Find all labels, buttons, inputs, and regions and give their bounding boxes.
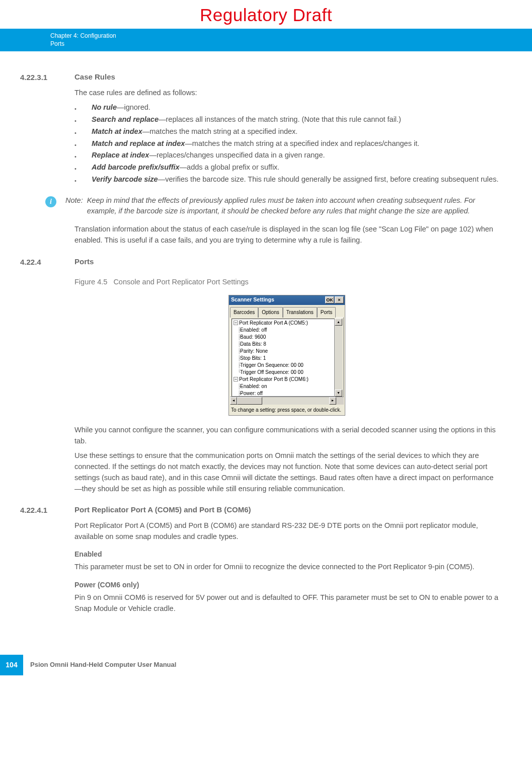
tab-translations[interactable]: Translations (283, 307, 317, 318)
bullet-text: —replaces/changes unspecified data in a … (149, 151, 325, 159)
body-text: This parameter must be set to ON in orde… (74, 562, 499, 573)
bullet-icon: • (74, 162, 92, 173)
tree-item[interactable]: Trigger On Sequence: 00 00 (240, 361, 303, 369)
scrollbar-horizontal[interactable]: ◄ ► (230, 397, 344, 405)
chapter-title: Configuration (80, 32, 116, 39)
bullet-icon: • (74, 138, 92, 149)
section-number: 4.22.4 (20, 256, 74, 268)
scroll-down-icon[interactable]: ▼ (335, 390, 342, 397)
info-icon: i (45, 196, 56, 207)
tab-ports[interactable]: Ports (317, 307, 336, 318)
window-title: Scanner Settings (231, 296, 325, 304)
bullet-term: Search and replace (92, 115, 159, 123)
bullet-text: —adds a global prefix or suffix. (180, 163, 280, 171)
chapter-label: Chapter 4: (50, 32, 79, 39)
note-label: Note: (65, 195, 83, 217)
tree-item[interactable]: Baud: 9600 (240, 333, 266, 341)
bullet-term: Match at index (92, 127, 142, 135)
bullet-icon: • (74, 114, 92, 125)
scrollbar-vertical[interactable]: ▲ ▼ (335, 319, 342, 397)
chapter-section: Ports (50, 40, 532, 48)
sub-heading: Power (COM6 only) (74, 580, 499, 590)
tree-item[interactable]: Parity: None (240, 347, 268, 355)
note-block: i Note: Keep in mind that the effects of… (45, 195, 499, 217)
tab-options[interactable]: Options (258, 307, 282, 318)
tab-barcodes[interactable]: Barcodes (230, 307, 258, 318)
scroll-up-icon[interactable]: ▲ (335, 319, 342, 326)
footer-title: Psion Omnii Hand-Held Computer User Manu… (23, 655, 183, 675)
bullet-text: —ignored. (117, 103, 150, 111)
body-text: Pin 9 on Omnii COM6 is reserved for 5V p… (74, 592, 499, 614)
scanner-settings-window: Scanner Settings OK × Barcodes Options T… (229, 295, 345, 416)
scroll-right-icon[interactable]: ► (329, 397, 336, 405)
tree-item[interactable]: Data Bits: 8 (240, 340, 266, 348)
bullet-icon: • (74, 126, 92, 137)
section-title: Ports (74, 256, 94, 268)
scroll-left-icon[interactable]: ◄ (230, 397, 237, 405)
bullet-term: Match and replace at index (92, 139, 185, 147)
figure-number: Figure 4.5 (74, 278, 107, 286)
hint-text: To change a setting: press space, or dou… (229, 406, 345, 415)
bullet-list: •No rule—ignored. •Search and replace—re… (74, 102, 499, 185)
close-button[interactable]: × (335, 296, 344, 303)
collapse-icon[interactable]: − (234, 321, 238, 325)
tree-item[interactable]: Power: off (240, 390, 263, 397)
section-number: 4.22.3.1 (20, 71, 74, 84)
bullet-term: Replace at index (92, 151, 149, 159)
bullet-term: Verify barcode size (92, 175, 158, 183)
tree-item[interactable]: Port Replicator Port B (COM6:) (239, 375, 309, 383)
bullet-text: —verifies the barcode size. This rule sh… (158, 175, 499, 183)
bullet-term: Add barcode prefix/suffix (92, 163, 180, 171)
tree-item[interactable]: Stop Bits: 1 (240, 354, 266, 362)
section-title: Port Replicator Port A (COM5) and Port B… (74, 504, 251, 516)
window-titlebar[interactable]: Scanner Settings OK × (229, 295, 345, 305)
watermark: Regulatory Draft (0, 0, 532, 29)
tree-item[interactable]: Enabled: on (240, 382, 267, 390)
body-text: While you cannot configure the scanner, … (74, 425, 499, 447)
bullet-icon: • (74, 102, 92, 113)
tree-view[interactable]: −Port Replicator Port A (COM5:) ├ Enable… (232, 319, 335, 397)
ok-button[interactable]: OK (325, 296, 334, 303)
section-title: Case Rules (74, 71, 115, 84)
scroll-thumb[interactable] (237, 397, 262, 405)
page-number: 104 (0, 655, 23, 675)
page-footer: 104 Psion Omnii Hand-Held Computer User … (0, 655, 532, 675)
section-number: 4.22.4.1 (20, 504, 74, 516)
note-text: Keep in mind that the effects of previou… (87, 195, 499, 217)
tree-item[interactable]: Trigger Off Sequence: 00 00 (240, 368, 303, 376)
body-text: Use these settings to ensure that the co… (74, 450, 499, 494)
tab-bar: Barcodes Options Translations Ports (229, 305, 345, 317)
chapter-header: Chapter 4: Configuration Ports (0, 29, 532, 52)
sub-heading: Enabled (74, 549, 499, 560)
bullet-text: —matches the match string at a specified… (185, 139, 419, 147)
bullet-text: —matches the match string at a specified… (142, 127, 298, 135)
tree-item[interactable]: Enabled: off (240, 326, 267, 334)
figure-caption: Figure 4.5 Console and Port Replicator P… (74, 277, 499, 288)
body-text: Translation information about the status… (74, 224, 499, 246)
bullet-term: No rule (92, 103, 117, 111)
body-text: Port Replicator Port A (COM5) and Port B… (74, 520, 499, 543)
bullet-icon: • (74, 174, 92, 185)
tree-item-selected[interactable]: Port Replicator Port A (COM5:) (239, 319, 308, 327)
body-text: The case rules are defined as follows: (74, 88, 499, 99)
figure-title: Console and Port Replicator Port Setting… (113, 278, 248, 286)
collapse-icon[interactable]: − (234, 377, 238, 381)
bullet-text: —replaces all instances of the match str… (159, 115, 401, 123)
bullet-icon: • (74, 150, 92, 161)
